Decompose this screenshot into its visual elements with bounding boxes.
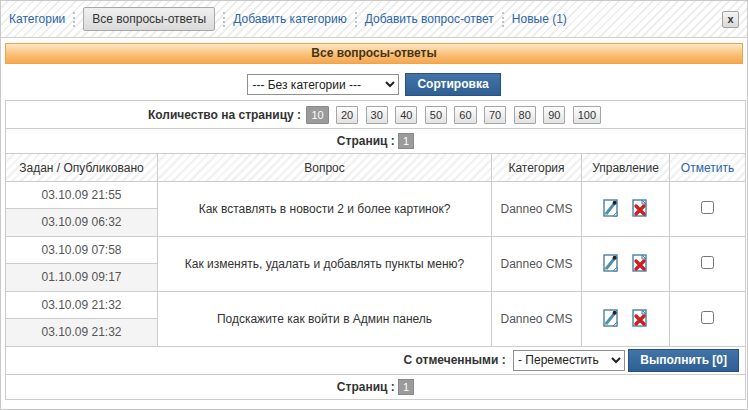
page-size-50[interactable]: 50 [425, 106, 447, 124]
question-text: Подскажите как войти в Админ панель [158, 292, 492, 347]
filter-row: --- Без категории --- Сортировка [1, 69, 747, 100]
delete-button[interactable] [630, 198, 650, 221]
category-text: Danneo CMS [492, 182, 582, 237]
execute-button[interactable]: Выполнить [0] [628, 349, 739, 372]
move-select[interactable]: - Переместить [513, 350, 625, 371]
dates-cell: 03.10.09 21:32 03.10.09 21:32 [6, 292, 158, 347]
page-size-100[interactable]: 100 [573, 106, 601, 124]
mark-cell [670, 182, 746, 237]
page-title: Все вопросы-ответы [5, 43, 743, 64]
tab-separator [223, 12, 225, 27]
tab-bar: Категории Все вопросы-ответы Добавить ка… [1, 1, 747, 38]
tab-add-category[interactable]: Добавить категорию [233, 12, 347, 26]
tab-new[interactable]: Новые (1) [512, 12, 567, 26]
tab-separator [73, 12, 75, 27]
page-size-80[interactable]: 80 [514, 106, 536, 124]
current-page-badge[interactable]: 1 [398, 379, 414, 395]
tab-categories[interactable]: Категории [9, 12, 65, 26]
mark-checkbox[interactable] [701, 311, 714, 324]
asked-date: 03.10.09 07:58 [6, 237, 157, 264]
with-marked-label: С отмеченными : [404, 353, 506, 367]
page-size-70[interactable]: 70 [484, 106, 506, 124]
published-date: 03.10.09 21:32 [6, 319, 157, 346]
header-mark-all-link[interactable]: Отметить [670, 154, 746, 182]
header-dates: Задан / Опубликовано [6, 154, 158, 182]
edit-icon [601, 198, 621, 218]
manage-cell [582, 182, 670, 237]
per-page-row: Количество на страницу : 10 20 30 40 50 … [6, 101, 746, 129]
tab-add-question[interactable]: Добавить вопрос-ответ [365, 12, 494, 26]
edit-button[interactable] [601, 308, 621, 331]
tab-separator [502, 12, 504, 27]
tab-separator [355, 12, 357, 27]
per-page-label: Количество на страницу : [148, 108, 301, 122]
edit-button[interactable] [601, 198, 621, 221]
pages-label: Страниц : [337, 380, 395, 394]
per-page-cell: Количество на страницу : 10 20 30 40 50 … [6, 101, 746, 129]
header-manage: Управление [582, 154, 670, 182]
published-date: 03.10.09 06:32 [6, 209, 157, 236]
delete-icon [630, 253, 650, 273]
page-size-20[interactable]: 20 [336, 106, 358, 124]
table-row: 03.10.09 07:58 01.10.09 09:17 Как изменя… [6, 237, 746, 292]
published-date: 01.10.09 09:17 [6, 264, 157, 291]
sort-button[interactable]: Сортировка [405, 73, 500, 96]
delete-icon [630, 198, 650, 218]
asked-date: 03.10.09 21:32 [6, 292, 157, 319]
faq-admin-panel: Категории Все вопросы-ответы Добавить ка… [0, 0, 748, 410]
delete-icon [630, 308, 650, 328]
pages-row-top: Страниц : 1 [6, 129, 746, 154]
edit-icon [601, 253, 621, 273]
asked-date: 03.10.09 21:55 [6, 182, 157, 209]
mark-checkbox[interactable] [701, 256, 714, 269]
edit-button[interactable] [601, 253, 621, 276]
mark-cell [670, 292, 746, 347]
mark-cell [670, 237, 746, 292]
manage-cell [582, 292, 670, 347]
table-row: 03.10.09 21:55 03.10.09 06:32 Как вставл… [6, 182, 746, 237]
actions-row: С отмеченными : - Переместить Выполнить … [6, 347, 746, 375]
page-size-40[interactable]: 40 [395, 106, 417, 124]
delete-button[interactable] [630, 253, 650, 276]
actions-cell: С отмеченными : - Переместить Выполнить … [6, 347, 746, 375]
pages-cell-bottom: Страниц : 1 [6, 375, 746, 400]
delete-button[interactable] [630, 308, 650, 331]
header-category: Категория [492, 154, 582, 182]
page-size-60[interactable]: 60 [454, 106, 476, 124]
close-button[interactable]: x [722, 11, 739, 28]
table-row: 03.10.09 21:32 03.10.09 21:32 Подскажите… [6, 292, 746, 347]
edit-icon [601, 308, 621, 328]
page-size-30[interactable]: 30 [366, 106, 388, 124]
question-text: Как вставлять в новости 2 и более картин… [158, 182, 492, 237]
manage-cell [582, 237, 670, 292]
question-text: Как изменять, удалать и добавлять пункты… [158, 237, 492, 292]
pages-cell-top: Страниц : 1 [6, 129, 746, 154]
current-page-badge[interactable]: 1 [398, 133, 414, 149]
dates-cell: 03.10.09 21:55 03.10.09 06:32 [6, 182, 158, 237]
category-text: Danneo CMS [492, 237, 582, 292]
page-size-10[interactable]: 10 [306, 106, 328, 124]
pages-label: Страниц : [337, 134, 395, 148]
table-header-row: Задан / Опубликовано Вопрос Категория Уп… [6, 154, 746, 182]
page-size-90[interactable]: 90 [543, 106, 565, 124]
tab-all-questions[interactable]: Все вопросы-ответы [83, 7, 215, 31]
mark-checkbox[interactable] [701, 201, 714, 214]
pages-row-bottom: Страниц : 1 [6, 375, 746, 400]
dates-cell: 03.10.09 07:58 01.10.09 09:17 [6, 237, 158, 292]
header-question: Вопрос [158, 154, 492, 182]
questions-table: Количество на страницу : 10 20 30 40 50 … [5, 100, 746, 400]
category-text: Danneo CMS [492, 292, 582, 347]
category-select[interactable]: --- Без категории --- [247, 74, 399, 95]
